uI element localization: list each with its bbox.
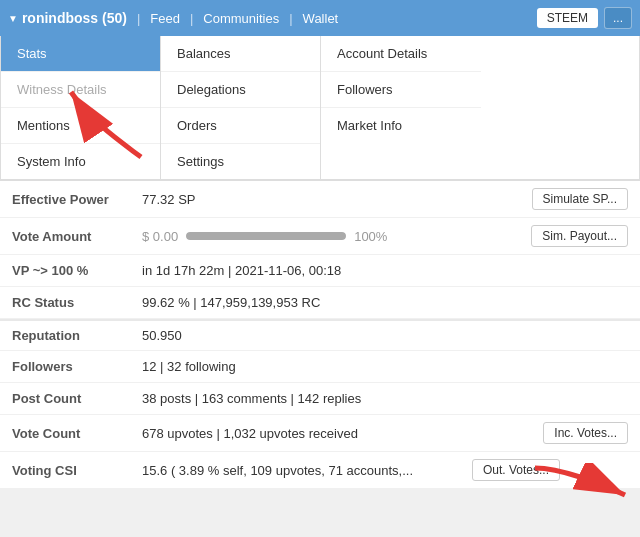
label-vote-amount: Vote Amount [12,229,142,244]
nav-wallet[interactable]: Wallet [303,11,339,26]
stats-row-followers: Followers 12 | 32 following [0,351,640,383]
menu-item-account-details[interactable]: Account Details [321,36,481,72]
stats-row-vp: VP ~> 100 % in 1d 17h 22m | 2021-11-06, … [0,255,640,287]
menu-item-witness: Witness Details [1,72,160,108]
label-followers: Followers [12,359,142,374]
stats-row-effective-power: Effective Power 77.32 SP Simulate SP... [0,181,640,218]
dropdown-menu: Stats Witness Details Mentions System In… [0,36,640,180]
label-voting-csi: Voting CSI [12,463,142,478]
label-vote-count: Vote Count [12,426,142,441]
vote-progress-bar [186,232,346,240]
value-post-count: 38 posts | 163 comments | 142 replies [142,391,628,406]
label-effective-power: Effective Power [12,192,142,207]
stats-row-rc-status: RC Status 99.62 % | 147,959,139,953 RC [0,287,640,319]
label-reputation: Reputation [12,328,142,343]
stats-content: Effective Power 77.32 SP Simulate SP... … [0,180,640,489]
simulate-sp-button[interactable]: Simulate SP... [532,188,628,210]
nav-feed[interactable]: Feed [150,11,180,26]
menu-item-stats[interactable]: Stats [1,36,160,72]
stats-row-vote-count: Vote Count 678 upvotes | 1,032 upvotes r… [0,415,640,452]
vote-progress-fill [186,232,346,240]
inc-votes-button[interactable]: Inc. Votes... [543,422,628,444]
steem-button[interactable]: STEEM [537,8,598,28]
label-rc-status: RC Status [12,295,142,310]
menu-col-2: Balances Delegations Orders Settings [161,36,321,179]
value-vp: in 1d 17h 22m | 2021-11-06, 00:18 [142,263,628,278]
value-reputation: 50.950 [142,328,628,343]
vote-amount-value: $ 0.00 [142,229,178,244]
top-bar-right: STEEM ... [537,7,632,29]
username: ronindboss (50) [22,10,127,26]
value-vote-count: 678 upvotes | 1,032 upvotes received [142,426,543,441]
stats-row-voting-csi: Voting CSI 15.6 ( 3.89 % self, 109 upvot… [0,452,640,489]
stats-row-reputation: Reputation 50.950 [0,319,640,351]
top-bar-left: ▼ ronindboss (50) | Feed | Communities |… [8,10,537,26]
more-button[interactable]: ... [604,7,632,29]
menu-item-market-info[interactable]: Market Info [321,108,481,143]
menu-item-balances[interactable]: Balances [161,36,320,72]
value-voting-csi: 15.6 ( 3.89 % self, 109 upvotes, 71 acco… [142,463,472,478]
nav-communities[interactable]: Communities [203,11,279,26]
label-post-count: Post Count [12,391,142,406]
stats-row-post-count: Post Count 38 posts | 163 comments | 142… [0,383,640,415]
menu-item-delegations[interactable]: Delegations [161,72,320,108]
menu-col-1: Stats Witness Details Mentions System In… [1,36,161,179]
vote-bar-container: $ 0.00 100% [142,229,387,244]
menu-col-3: Account Details Followers Market Info [321,36,481,179]
out-votes-button[interactable]: Out. Votes... [472,459,560,481]
main-wrapper: ▼ ronindboss (50) | Feed | Communities |… [0,0,640,489]
menu-item-mentions[interactable]: Mentions [1,108,160,144]
menu-item-orders[interactable]: Orders [161,108,320,144]
username-badge[interactable]: ▼ ronindboss (50) [8,10,127,26]
stats-row-vote-amount: Vote Amount $ 0.00 100% Sim. Payout... [0,218,640,255]
label-vp: VP ~> 100 % [12,263,142,278]
sim-payout-button[interactable]: Sim. Payout... [531,225,628,247]
top-bar: ▼ ronindboss (50) | Feed | Communities |… [0,0,640,36]
menu-item-system-info[interactable]: System Info [1,144,160,179]
value-followers: 12 | 32 following [142,359,628,374]
menu-item-settings[interactable]: Settings [161,144,320,179]
menu-item-followers[interactable]: Followers [321,72,481,108]
vote-pct-value: 100% [354,229,387,244]
value-rc-status: 99.62 % | 147,959,139,953 RC [142,295,628,310]
dropdown-arrow-icon: ▼ [8,13,18,24]
value-effective-power: 77.32 SP [142,192,532,207]
